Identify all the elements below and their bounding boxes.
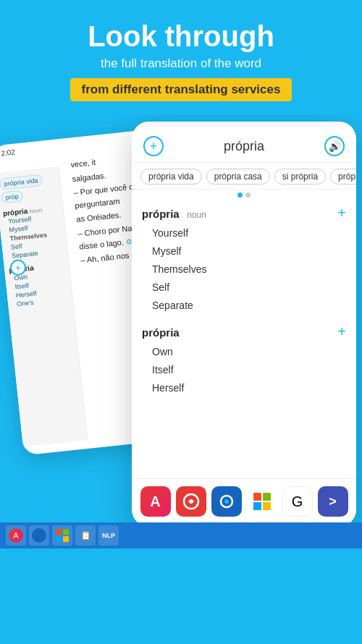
- dot-2: [245, 192, 251, 198]
- entry-pos-1: noun: [187, 210, 206, 220]
- entry-section-2: própria + Own Itself Herself: [142, 323, 346, 397]
- reverso-icon: [182, 493, 200, 510]
- entry-item-myself: Myself: [142, 242, 346, 260]
- taskbar-nlp-label: NLP: [102, 532, 115, 539]
- a-translate-label: A: [150, 493, 160, 510]
- phone-area: 2:02 16% própria vida próp própria noun …: [0, 114, 362, 548]
- header-title: Look through: [14, 20, 348, 52]
- taskbar-win-icon: [56, 529, 69, 542]
- entry-header-1: própria noun +: [142, 205, 346, 221]
- dot-1: [237, 192, 243, 198]
- circle-translate-icon: [218, 493, 235, 510]
- entry-section-1: própria noun + Yourself Myself Themselve…: [142, 205, 346, 315]
- sidebar-chip-2: próp: [1, 190, 24, 204]
- entry-word-2: própria: [142, 326, 180, 339]
- entry-item-yourself: Yourself: [142, 224, 346, 242]
- taskbar-icon-4[interactable]: 📋: [75, 525, 96, 546]
- taskbar-a-icon: A: [9, 528, 23, 543]
- app-icon-google-translate[interactable]: G: [282, 486, 313, 517]
- context-chip-3[interactable]: si própria: [274, 169, 326, 185]
- dict-plus-button[interactable]: +: [143, 136, 164, 156]
- sound-icon: 🔊: [329, 140, 341, 152]
- app-icon-a-translate[interactable]: A: [140, 486, 171, 517]
- svg-point-2: [224, 499, 229, 504]
- entry-word-1: própria: [142, 208, 180, 220]
- header-section: Look through the full translation of the…: [0, 0, 362, 114]
- taskbar: A 📋 NLP: [0, 522, 362, 548]
- dots-indicator: [132, 190, 356, 199]
- taskbar-icon-5[interactable]: NLP: [98, 525, 119, 546]
- entry-item-self: Self: [142, 279, 346, 297]
- header-subtitle: the full translation of the word: [14, 56, 348, 71]
- sidebar-word-section-1: própria noun Yourself Myself Themselves …: [2, 204, 63, 261]
- entry-item-herself: Herself: [142, 379, 346, 397]
- taskbar-clipboard-icon: 📋: [80, 530, 91, 541]
- taskbar-icon-3[interactable]: [52, 525, 72, 546]
- entry-word-row-2: própria: [142, 326, 180, 339]
- entry-word-row-1: própria noun: [142, 208, 206, 221]
- sourcekit-icon: >: [329, 494, 337, 509]
- entry-add-button-2[interactable]: +: [337, 323, 346, 340]
- taskbar-circle-icon: [32, 528, 46, 543]
- bottom-toolbar: A: [132, 478, 356, 527]
- entry-item-itself: Itself: [142, 361, 346, 379]
- phone-front: + própria 🔊 própria vida própria casa si…: [132, 122, 356, 527]
- sidebar-chip-1: própria vida: [0, 174, 43, 190]
- entry-item-themselves: Themselves: [142, 260, 346, 279]
- app-icon-circle[interactable]: [211, 486, 242, 517]
- taskbar-icon-2[interactable]: [29, 525, 49, 546]
- app-icon-microsoft[interactable]: [247, 486, 277, 517]
- entry-item-own: Own: [142, 343, 346, 361]
- dict-entries: própria noun + Yourself Myself Themselve…: [132, 199, 356, 481]
- context-chip-4[interactable]: própria c: [330, 169, 356, 185]
- taskbar-icon-1[interactable]: A: [6, 525, 26, 546]
- entry-add-button-1[interactable]: +: [337, 205, 346, 221]
- dict-header: + própria 🔊: [132, 127, 356, 163]
- dict-word-title: própria: [164, 139, 324, 154]
- context-chips-row: própria vida própria casa si própria pró…: [132, 163, 356, 190]
- app-icon-sourcekit[interactable]: >: [318, 486, 348, 517]
- back-time: 2:02: [1, 148, 16, 157]
- windows-icon: [253, 493, 271, 510]
- context-chip-2[interactable]: própria casa: [206, 169, 270, 185]
- header-highlight: from different translating services: [70, 78, 292, 101]
- entry-header-2: própria +: [142, 323, 346, 340]
- context-chip-1[interactable]: própria vida: [140, 169, 202, 185]
- google-translate-icon: G: [292, 493, 303, 510]
- sidebar-word-pos-1: noun: [29, 207, 43, 215]
- entry-item-separate: Separate: [142, 297, 346, 315]
- dict-sound-button[interactable]: 🔊: [324, 136, 345, 156]
- sidebar-chips: própria vida próp: [0, 173, 57, 204]
- app-icon-reverso[interactable]: [176, 486, 206, 517]
